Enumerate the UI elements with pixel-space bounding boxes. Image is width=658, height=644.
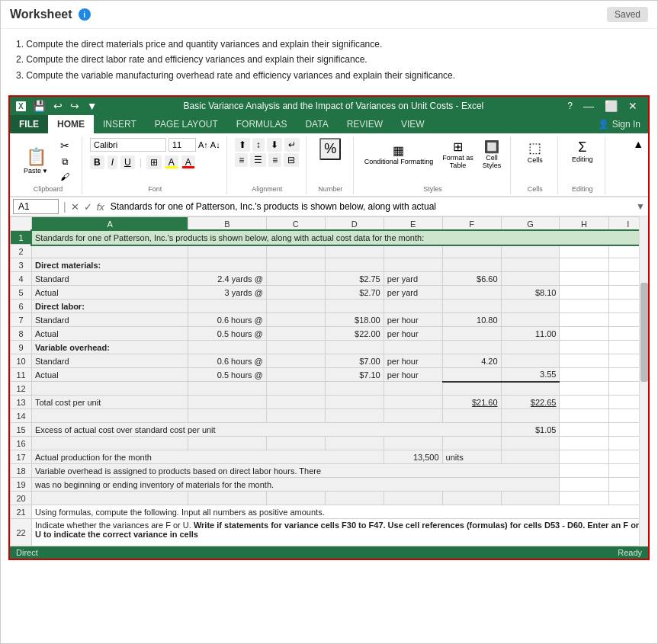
row-header-20[interactable]: 20 (11, 492, 32, 505)
cell-f12[interactable] (442, 382, 501, 396)
align-right-button[interactable]: ≡ (268, 153, 281, 167)
cell-e5[interactable]: per yard (384, 286, 442, 300)
cell-a20[interactable] (32, 492, 188, 505)
cell-a15[interactable]: Excess of actual cost over standard cost… (32, 423, 502, 437)
redo-icon[interactable]: ↪ (68, 100, 82, 112)
cell-b7[interactable]: 0.6 hours @ (188, 313, 267, 327)
scrollbar-thumb[interactable] (640, 283, 648, 382)
cell-c11[interactable] (266, 368, 325, 382)
cell-f9[interactable] (442, 341, 501, 354)
cell-e16[interactable] (384, 437, 442, 450)
cell-h15[interactable] (560, 423, 608, 437)
cell-h4[interactable] (560, 272, 608, 286)
cell-e7[interactable]: per hour (384, 313, 442, 327)
cell-c2[interactable] (266, 245, 325, 258)
cell-b3[interactable] (188, 258, 267, 272)
cell-f11[interactable] (442, 368, 501, 382)
col-header-d[interactable]: D (325, 217, 384, 231)
row-header-9[interactable]: 9 (11, 341, 32, 354)
cell-f16[interactable] (442, 437, 501, 450)
cell-e9[interactable] (384, 341, 442, 354)
cell-c4[interactable] (266, 272, 325, 286)
cell-d4[interactable]: $2.75 (325, 272, 384, 286)
cell-d9[interactable] (325, 341, 384, 354)
cell-e8[interactable]: per hour (384, 327, 442, 341)
ribbon-expand-button[interactable]: ▲ (633, 138, 644, 150)
font-grow-icon[interactable]: A↑ (198, 140, 208, 149)
cell-g9[interactable] (501, 341, 560, 354)
cell-f6[interactable] (442, 300, 501, 313)
cell-b4[interactable]: 2.4 yards @ (188, 272, 267, 286)
row-header-15[interactable]: 15 (11, 423, 32, 437)
border-button[interactable]: ⊞ (146, 155, 162, 169)
cell-g2[interactable] (501, 245, 560, 258)
cell-d6[interactable] (325, 300, 384, 313)
cell-d8[interactable]: $22.00 (325, 327, 384, 341)
cell-c3[interactable] (266, 258, 325, 272)
cell-f4[interactable]: $6.60 (442, 272, 501, 286)
cell-a8[interactable]: Actual (32, 327, 188, 341)
cell-h19[interactable] (560, 478, 608, 492)
cell-e4[interactable]: per yard (384, 272, 442, 286)
cell-styles-button[interactable]: 🔲 CellStyles (480, 138, 505, 171)
cell-h14[interactable] (560, 409, 608, 423)
cell-a22[interactable]: Indicate whether the variances are F or … (32, 519, 648, 546)
cell-h6[interactable] (560, 300, 608, 313)
cell-c9[interactable] (266, 341, 325, 354)
cell-h2[interactable] (560, 245, 608, 258)
font-size-input[interactable] (169, 138, 196, 152)
cell-c14[interactable] (266, 409, 325, 423)
cell-h13[interactable] (560, 396, 608, 409)
align-center-button[interactable]: ☰ (250, 153, 266, 167)
row-header-21[interactable]: 21 (11, 505, 32, 519)
cell-f3[interactable] (442, 258, 501, 272)
cell-a3[interactable]: Direct materials: (32, 258, 188, 272)
customize-icon[interactable]: ▼ (85, 100, 100, 112)
tab-home[interactable]: HOME (48, 115, 94, 133)
cell-f10[interactable]: 4.20 (442, 354, 501, 368)
cell-h10[interactable] (560, 354, 608, 368)
cell-b14[interactable] (188, 409, 267, 423)
cell-e11[interactable]: per hour (384, 368, 442, 382)
cell-c7[interactable] (266, 313, 325, 327)
cell-a1[interactable]: Standards for one of Patterson, Inc.'s p… (32, 231, 648, 245)
cell-g7[interactable] (501, 313, 560, 327)
cell-h8[interactable] (560, 327, 608, 341)
row-header-19[interactable]: 19 (11, 478, 32, 492)
font-shrink-icon[interactable]: A↓ (210, 140, 220, 149)
cell-c5[interactable] (266, 286, 325, 300)
tab-page-layout[interactable]: PAGE LAYOUT (146, 115, 227, 133)
vertical-scrollbar[interactable] (639, 216, 648, 546)
cell-h3[interactable] (560, 258, 608, 272)
row-header-22[interactable]: 22 (11, 519, 32, 546)
cell-g12[interactable] (501, 382, 560, 396)
close-btn[interactable]: ✕ (624, 100, 642, 112)
cell-b10[interactable]: 0.6 hours @ (188, 354, 267, 368)
row-header-5[interactable]: 5 (11, 286, 32, 300)
col-header-c[interactable]: C (266, 217, 325, 231)
cell-e17[interactable]: 13,500 (384, 450, 442, 464)
cell-e12[interactable] (384, 382, 442, 396)
underline-button[interactable]: U (120, 155, 135, 169)
cell-b5[interactable]: 3 yards @ (188, 286, 267, 300)
row-header-2[interactable]: 2 (11, 245, 32, 258)
info-icon[interactable]: i (79, 8, 91, 21)
cell-d12[interactable] (325, 382, 384, 396)
cells-button[interactable]: ⬚ Cells (525, 138, 546, 165)
cell-f17[interactable]: units (442, 450, 501, 464)
col-header-b[interactable]: B (188, 217, 267, 231)
row-header-11[interactable]: 11 (11, 368, 32, 382)
cell-f14[interactable] (442, 409, 501, 423)
cell-b20[interactable] (188, 492, 267, 505)
cell-d11[interactable]: $7.10 (325, 368, 384, 382)
row-header-6[interactable]: 6 (11, 300, 32, 313)
cell-c6[interactable] (266, 300, 325, 313)
cell-d3[interactable] (325, 258, 384, 272)
cell-a18[interactable]: Variable overhead is assigned to product… (32, 464, 560, 478)
cell-reference-input[interactable] (13, 199, 59, 214)
row-header-18[interactable]: 18 (11, 464, 32, 478)
formula-confirm-icon[interactable]: ✓ (84, 201, 92, 213)
cell-a21[interactable]: Using formulas, compute the following. I… (32, 505, 648, 519)
cell-a5[interactable]: Actual (32, 286, 188, 300)
restore-btn[interactable]: ⬜ (600, 100, 622, 112)
